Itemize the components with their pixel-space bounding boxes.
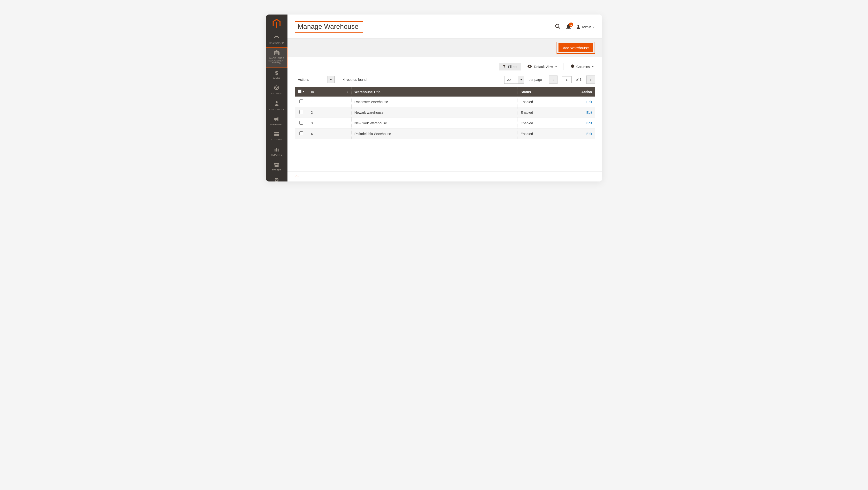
sidebar-item-label: REPORTS [267,154,286,156]
sidebar-item-label: WAREHOUSE MANAGEMENT SYSTEM [267,57,286,65]
gear-icon: ⚙ [267,177,286,182]
footer-brand: Magento [566,176,580,180]
column-header-action: Action [578,87,595,97]
sidebar-item-reports[interactable]: REPORTS [266,144,287,160]
notification-badge: 1 [569,23,573,27]
sidebar-item-dashboard[interactable]: DASHBOARD [266,33,287,47]
select-all-checkbox[interactable] [298,90,302,93]
cell-status: Enabled [518,129,578,139]
records-found-text: 4 records found [343,78,366,81]
dollar-icon: $ [267,70,286,76]
columns-dropdown[interactable]: Columns ▼ [569,63,595,71]
warehouse-icon [267,50,286,56]
mass-actions-select[interactable]: Actions ▼ [295,76,335,83]
column-header-id[interactable]: ID ↓ [308,87,351,97]
columns-label: Columns [577,65,590,69]
sidebar-item-customers[interactable]: CUSTOMERS [266,98,287,114]
page-number-input[interactable] [562,76,571,83]
mass-actions-label: Actions [295,76,328,83]
sidebar-item-warehouse[interactable]: WAREHOUSE MANAGEMENT SYSTEM [266,47,287,68]
default-view-label: Default View [534,65,553,69]
chevron-down-icon[interactable]: ▼ [328,76,335,83]
sidebar-item-label: MARKETING [267,123,286,126]
megaphone-icon [267,117,286,123]
copyright-text: Copyright © 2019 Magento Commerce Inc. A… [301,176,394,180]
cell-title: Newark warehouse [351,107,518,118]
edit-link[interactable]: Edit [586,121,592,125]
search-icon[interactable] [555,24,561,31]
user-icon [576,25,581,30]
next-page-button[interactable]: › [586,75,595,84]
row-checkbox[interactable] [299,131,303,135]
svg-point-4 [556,24,559,28]
footer-version: ver. 2.3.2 [580,176,595,180]
edit-link[interactable]: Edit [586,132,592,136]
per-page-label: per page [528,78,542,81]
sidebar-item-label: CUSTOMERS [267,108,286,111]
sidebar-item-stores[interactable]: STORES [266,160,287,175]
gauge-icon [267,35,286,41]
row-checkbox[interactable] [299,99,303,103]
table-row: 3New York WarehouseEnabledEdit [295,118,595,129]
sidebar-item-label: CONTENT [267,138,286,141]
row-checkbox[interactable] [299,121,303,125]
notifications-button[interactable]: 1 [566,24,571,31]
chevron-down-icon: ▼ [592,65,594,68]
sidebar-item-sales[interactable]: $ SALES [266,68,287,83]
column-header-select[interactable]: ▼ [295,87,308,97]
sidebar-item-catalog[interactable]: CATALOG [266,83,287,98]
default-view-dropdown[interactable]: Default View ▼ [526,63,558,70]
add-warehouse-button[interactable]: Add Warehouse [558,43,593,52]
sidebar-item-label: STORES [267,169,286,171]
admin-sidebar: DASHBOARD WAREHOUSE MANAGEMENT SYSTEM $ … [266,14,287,182]
cell-title: Philadelphia Warehouse [351,129,518,139]
edit-link[interactable]: Edit [586,100,592,104]
sidebar-item-content[interactable]: CONTENT [266,129,287,144]
per-page-input[interactable] [504,76,518,84]
page-title: Manage Warehouse [295,21,363,33]
sidebar-item-label: DASHBOARD [267,42,286,44]
main-content: Manage Warehouse 1 [287,14,602,182]
gear-icon [570,64,575,69]
chevron-down-icon: ▼ [555,65,557,68]
cell-status: Enabled [518,107,578,118]
filters-button[interactable]: Filters [499,63,521,70]
cell-id: 3 [308,118,351,129]
svg-line-5 [558,27,560,29]
person-icon [267,101,286,107]
table-row: 4Philadelphia WarehouseEnabledEdit [295,129,595,139]
cell-id: 2 [308,107,351,118]
magento-logo [266,14,287,33]
table-row: 1Rochester WarehouseEnabledEdit [295,97,595,107]
user-name: admin [582,25,591,29]
per-page-dropdown[interactable]: ▼ [518,76,524,84]
row-checkbox[interactable] [299,110,303,114]
warehouse-grid: ▼ ID ↓ Warehouse Title Status Action 1Ro… [295,87,595,139]
edit-link[interactable]: Edit [586,110,592,115]
cell-title: Rochester Warehouse [351,97,518,107]
add-warehouse-highlight: Add Warehouse [557,42,595,54]
total-pages-text: of 1 [576,78,582,81]
magento-footer-icon [295,175,299,181]
sort-arrow-icon: ↓ [347,90,348,93]
layout-icon [267,132,286,137]
cell-id: 4 [308,129,351,139]
page-footer: Copyright © 2019 Magento Commerce Inc. A… [287,171,602,182]
prev-page-button[interactable]: ‹ [549,75,558,84]
account-menu[interactable]: admin ▼ [576,25,595,30]
sidebar-item-label: SALES [267,77,286,79]
column-header-status[interactable]: Status [518,87,578,97]
storefront-icon [267,162,286,168]
eye-icon [527,65,532,69]
sidebar-item-label: CATALOG [267,92,286,95]
sidebar-item-system[interactable]: ⚙ [266,175,287,182]
column-header-title[interactable]: Warehouse Title [351,87,518,97]
bar-chart-icon [267,147,286,153]
cell-status: Enabled [518,118,578,129]
chevron-down-icon: ▼ [593,26,595,29]
svg-point-0 [276,101,278,103]
chevron-down-icon: ▼ [303,90,305,93]
svg-rect-1 [275,149,276,152]
table-row: 2Newark warehouseEnabledEdit [295,107,595,118]
sidebar-item-marketing[interactable]: MARKETING [266,114,287,129]
